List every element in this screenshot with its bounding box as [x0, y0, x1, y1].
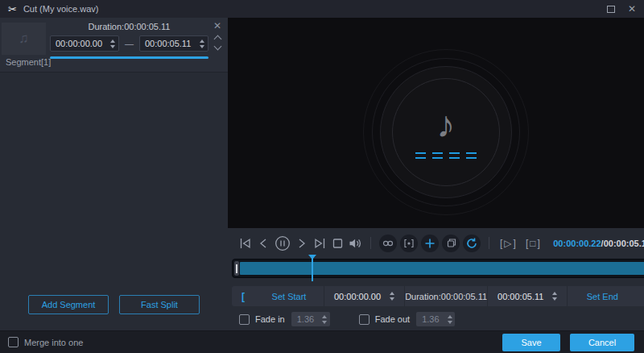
segment-label: Segment[1]: [6, 57, 51, 67]
window-title: Cut (My voice.wav): [23, 4, 99, 14]
music-note-icon: ♪: [436, 106, 455, 143]
segment-detail: Duration:00:00:05.11 00:00:00.00 — 00:00…: [50, 22, 208, 59]
speaker-ring-outer: ♪: [363, 49, 529, 215]
play-segment-icon[interactable]: [▷]: [497, 238, 521, 249]
next-frame-icon[interactable]: [294, 235, 310, 252]
fade-out-stepper[interactable]: [444, 315, 455, 324]
cancel-button[interactable]: Cancel: [570, 334, 634, 351]
equalizer-bar: [466, 152, 477, 159]
fade-in-input[interactable]: 1.36: [291, 312, 330, 326]
segment-item-controls: ✕: [211, 21, 224, 49]
time-readout: 00:00:00.22/00:00:05.11: [553, 239, 644, 248]
save-button[interactable]: Save: [502, 334, 560, 351]
segment-list-panel: ♫ Segment[1] Duration:00:00:05.11 00:00:…: [0, 18, 228, 330]
move-segment-down-icon[interactable]: [213, 43, 221, 51]
split-segment-icon[interactable]: [379, 235, 397, 252]
trim-controls-bar: [ Set Start 00:00:00.00 Duration:00:00:0…: [232, 286, 644, 306]
footer-bar: Merge into one Save Cancel: [0, 330, 644, 353]
fade-out-checkbox[interactable]: [359, 314, 369, 325]
audio-preview: ♪: [228, 18, 644, 228]
segment-start-input[interactable]: 00:00:00.00: [50, 35, 119, 52]
main-area: ♫ Segment[1] Duration:00:00:05.11 00:00:…: [0, 18, 644, 330]
scissors-icon: ✂: [8, 4, 17, 15]
add-segment-button[interactable]: Add Segment: [28, 295, 109, 314]
close-button[interactable]: ✕: [628, 4, 636, 14]
trim-duration-label: Duration:00:00:05.11: [405, 292, 487, 301]
segment-time-row: 00:00:00.00 — 00:00:05.11: [50, 35, 208, 52]
fade-in-checkbox[interactable]: [239, 314, 250, 325]
segment-thumbnail[interactable]: ♫: [2, 23, 46, 55]
trim-start-handle[interactable]: [234, 261, 239, 276]
set-start-button[interactable]: Set Start: [254, 292, 324, 301]
speaker-ring-middle: ♪: [372, 58, 520, 206]
range-dash: —: [125, 39, 134, 48]
playhead-marker[interactable]: [308, 255, 316, 282]
segment-start-value: 00:00:00.00: [51, 39, 106, 48]
set-end-button[interactable]: Set End: [568, 292, 637, 301]
trim-end-value: 00:00:05.11: [494, 292, 547, 301]
title-bar: ✂ Cut (My voice.wav) ✕: [0, 0, 644, 18]
segment-item[interactable]: ♫ Segment[1] Duration:00:00:05.11 00:00:…: [0, 18, 228, 73]
add-segment-icon[interactable]: [421, 235, 439, 252]
divider: [489, 237, 489, 249]
timeline-track[interactable]: [232, 259, 644, 278]
window-controls: ✕: [607, 4, 636, 14]
equalizer-bar: [449, 152, 460, 159]
trim-start-input[interactable]: 00:00:00.00: [324, 286, 405, 306]
trim-start-stepper[interactable]: [386, 292, 398, 301]
volume-icon[interactable]: [347, 235, 363, 252]
segment-end-stepper[interactable]: [196, 39, 208, 48]
segment-actions: Add Segment Fast Split: [0, 295, 228, 314]
speaker-ring-inner: ♪: [392, 78, 500, 186]
timeline-selected-range[interactable]: [240, 262, 644, 275]
segment-end-input[interactable]: 00:00:05.11: [139, 35, 208, 52]
music-note-icon: ♫: [19, 31, 29, 47]
previous-frame-icon[interactable]: [255, 235, 271, 252]
trim-end-stepper[interactable]: [548, 292, 560, 301]
divider: [370, 237, 371, 249]
fade-out-input[interactable]: 1.36: [416, 312, 455, 326]
fade-out-value: 1.36: [416, 314, 444, 324]
fade-controls: Fade in 1.36 Fade out 1.36: [228, 308, 644, 330]
equalizer-bar: [415, 152, 426, 159]
end-bracket-icon[interactable]: ]: [637, 291, 644, 302]
stop-segment-icon[interactable]: [□]: [522, 238, 545, 249]
fade-out-label: Fade out: [375, 314, 410, 324]
merge-into-one-label: Merge into one: [24, 338, 83, 347]
pause-button[interactable]: [273, 235, 292, 252]
fade-in-stepper[interactable]: [320, 315, 330, 324]
segment-start-stepper[interactable]: [106, 39, 118, 48]
delete-segment-icon[interactable]: ✕: [213, 21, 221, 31]
fade-in-label: Fade in: [255, 314, 285, 324]
reset-icon[interactable]: [463, 235, 481, 252]
cut-dialog-window: ✂ Cut (My voice.wav) ✕ ♫ Segment[1] Dura…: [0, 0, 644, 353]
snapshot-icon[interactable]: [400, 235, 418, 252]
go-to-end-icon[interactable]: [312, 235, 328, 252]
playhead-line: [312, 258, 313, 281]
segment-duration-label: Duration:00:00:05.11: [50, 22, 208, 31]
equalizer-bar: [432, 152, 443, 159]
trim-end-input[interactable]: 00:00:05.11: [487, 286, 568, 306]
segment-range-bar[interactable]: [50, 56, 208, 59]
editor-panel: ♪: [228, 18, 644, 330]
current-time: 00:00:00.22: [553, 239, 601, 248]
fade-in-value: 1.36: [291, 314, 320, 324]
equalizer-bars: [415, 152, 477, 159]
timeline-area: [228, 259, 644, 281]
go-to-start-icon[interactable]: [237, 235, 254, 252]
maximize-button[interactable]: [607, 6, 615, 13]
merge-into-one-checkbox[interactable]: [8, 337, 19, 347]
start-bracket-icon[interactable]: [: [232, 291, 254, 302]
total-time: 00:00:05.11: [604, 239, 644, 248]
trim-start-value: 00:00:00.00: [331, 292, 384, 301]
transport-bar: [▷] [□] 00:00:00.22/00:00:05.11: [228, 228, 644, 258]
speaker-disc: ♪: [380, 66, 512, 198]
segment-end-value: 00:00:05.11: [140, 39, 196, 48]
fast-split-button[interactable]: Fast Split: [119, 295, 200, 314]
copy-segment-icon[interactable]: [442, 235, 460, 252]
stop-icon[interactable]: [329, 235, 345, 252]
